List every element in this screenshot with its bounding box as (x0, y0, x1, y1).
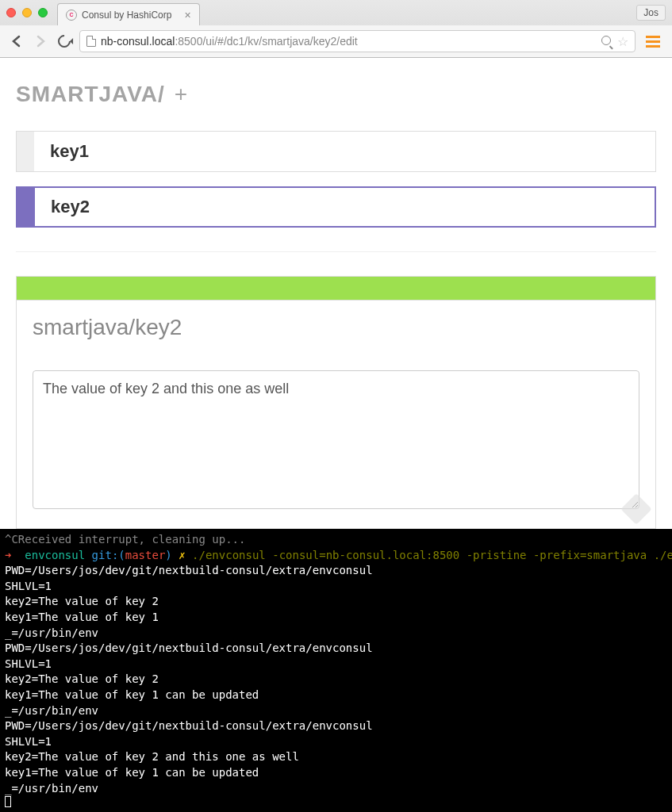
hamburger-menu-button[interactable] (642, 30, 664, 52)
reload-icon (56, 33, 74, 51)
key-marker (17, 132, 34, 171)
consul-favicon-icon: C (66, 10, 77, 21)
url-text: nb-consul.local:8500/ui/#/dc1/kv/smartja… (101, 35, 597, 48)
tab-title: Consul by HashiCorp (82, 10, 171, 21)
key-list: key1 key2 (16, 131, 656, 228)
terminal-line: _=/usr/bin/env (5, 782, 98, 795)
prompt-git-close: ) (165, 549, 171, 561)
breadcrumb[interactable]: SMARTJAVA/ (16, 82, 165, 107)
terminal-line: key1=The value of key 1 (5, 611, 159, 623)
editor-panel: smartjava/key2 (16, 276, 656, 529)
page-content: SMARTJAVA/ + key1 key2 smartjava/key2 (0, 58, 672, 529)
zoom-icon[interactable] (601, 36, 612, 47)
page-icon (86, 36, 96, 47)
prompt-branch: master (125, 549, 166, 561)
terminal[interactable]: ^CReceived interrupt, cleaning up... ➜ e… (0, 529, 672, 812)
terminal-line: _=/usr/bin/env (5, 626, 98, 639)
forward-button[interactable] (32, 33, 49, 50)
terminal-line: SHLVL=1 (5, 580, 52, 592)
user-badge[interactable]: Jos (636, 5, 666, 21)
terminal-line: key2=The value of key 2 (5, 595, 159, 607)
browser-toolbar: nb-consul.local:8500/ui/#/dc1/kv/smartja… (0, 25, 672, 57)
terminal-line: key1=The value of key 1 can be updated (5, 688, 259, 701)
editor-body (17, 354, 655, 528)
browser-tab[interactable]: C Consul by HashiCorp × (57, 3, 200, 25)
terminal-line: PWD=/Users/jos/dev/git/nextbuild-consul/… (5, 564, 373, 576)
maximize-window-button[interactable] (38, 8, 48, 17)
terminal-cursor (5, 796, 11, 807)
terminal-line: ^CReceived interrupt, cleaning up... (5, 533, 245, 546)
prompt-git: git:( (92, 549, 125, 561)
browser-chrome: C Consul by HashiCorp × Jos nb-consul.lo… (0, 0, 672, 58)
terminal-line: PWD=/Users/jos/dev/git/nextbuild-consul/… (5, 719, 373, 732)
prompt-dirty: ✗ (179, 549, 185, 561)
editor-status-bar (17, 277, 655, 301)
back-button[interactable] (8, 33, 25, 50)
address-bar[interactable]: nb-consul.local:8500/ui/#/dc1/kv/smartja… (79, 30, 636, 52)
key-label: key1 (34, 141, 89, 162)
add-key-button[interactable]: + (175, 82, 187, 107)
divider (16, 251, 656, 252)
reload-button[interactable] (56, 33, 73, 50)
terminal-line: SHLVL=1 (5, 735, 52, 748)
terminal-line: _=/usr/bin/env (5, 704, 98, 717)
terminal-line: SHLVL=1 (5, 657, 52, 670)
key-item-key1[interactable]: key1 (16, 131, 656, 172)
terminal-line: PWD=/Users/jos/dev/git/nextbuild-consul/… (5, 642, 373, 654)
terminal-line: key2=The value of key 2 and this one as … (5, 750, 299, 763)
minimize-window-button[interactable] (22, 8, 32, 17)
breadcrumb-row: SMARTJAVA/ + (16, 82, 656, 107)
key-label: key2 (35, 197, 90, 217)
value-textarea[interactable] (33, 370, 639, 509)
prompt-arrow: ➜ (5, 549, 11, 561)
key-marker (17, 188, 35, 226)
prompt-dir: envconsul (25, 549, 85, 561)
editor-title: smartjava/key2 (17, 301, 655, 354)
terminal-line: key2=The value of key 2 (5, 672, 159, 685)
terminal-command: ./envconsul -consul=nb-consul.local:8500… (192, 549, 672, 561)
tab-bar: C Consul by HashiCorp × Jos (0, 0, 672, 25)
terminal-line: key1=The value of key 1 can be updated (5, 766, 259, 779)
key-item-key2[interactable]: key2 (16, 186, 656, 228)
close-window-button[interactable] (6, 8, 16, 17)
close-tab-icon[interactable]: × (184, 9, 190, 21)
window-controls (6, 8, 48, 17)
bookmark-star-icon[interactable]: ☆ (617, 34, 628, 49)
url-host: nb-consul.local (101, 35, 175, 48)
url-path: :8500/ui/#/dc1/kv/smartjava/key2/edit (175, 35, 357, 48)
